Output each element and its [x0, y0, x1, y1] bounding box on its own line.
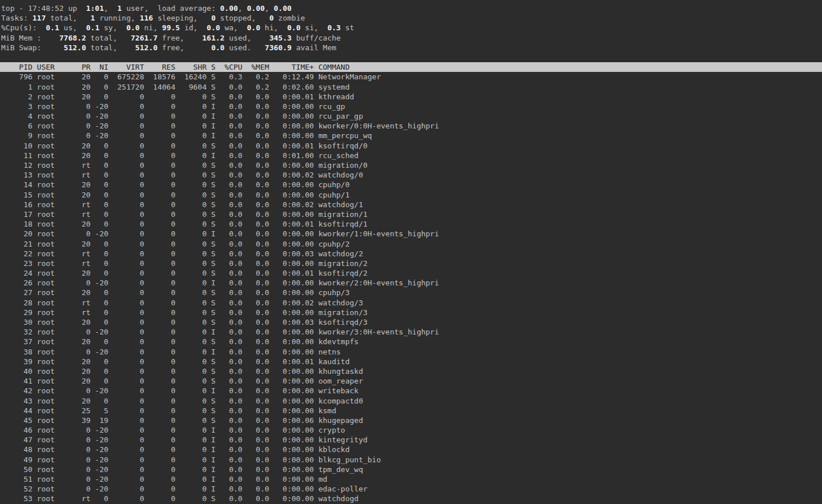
- process-row: 9 root 0 -20 0 0 0 I 0.0 0.0 0:00.00 mm_…: [0, 131, 822, 140]
- process-row: 42 root 0 -20 0 0 0 I 0.0 0.0 0:00.00 wr…: [0, 386, 822, 396]
- process-table-header: PID USER PR NI VIRT RES SHR S %CPU %MEM …: [0, 62, 822, 72]
- process-row: 21 root 20 0 0 0 0 S 0.0 0.0 0:00.00 cpu…: [0, 239, 822, 249]
- process-row: 20 root 0 -20 0 0 0 I 0.0 0.0 0:00.00 kw…: [0, 229, 822, 239]
- process-row: 47 root 0 -20 0 0 0 I 0.0 0.0 0:00.00 ki…: [0, 435, 822, 445]
- process-row: 22 root rt 0 0 0 0 S 0.0 0.0 0:00.03 wat…: [0, 249, 822, 259]
- process-row: 4 root 0 -20 0 0 0 I 0.0 0.0 0:00.00 rcu…: [0, 111, 822, 121]
- process-row: 37 root 20 0 0 0 0 S 0.0 0.0 0:00.00 kde…: [0, 337, 822, 346]
- process-row: 6 root 0 -20 0 0 0 I 0.0 0.0 0:00.00 kwo…: [0, 121, 822, 131]
- process-row: 1 root 20 0 251720 14064 9604 S 0.0 0.2 …: [0, 82, 822, 92]
- process-row: 15 root 20 0 0 0 0 S 0.0 0.0 0:00.00 cpu…: [0, 190, 822, 200]
- process-row: 50 root 0 -20 0 0 0 I 0.0 0.0 0:00.00 tp…: [0, 465, 822, 474]
- process-row: 12 root rt 0 0 0 0 S 0.0 0.0 0:00.00 mig…: [0, 160, 822, 170]
- process-row: 41 root 20 0 0 0 0 S 0.0 0.0 0:00.00 oom…: [0, 376, 822, 386]
- process-row: 16 root rt 0 0 0 0 S 0.0 0.0 0:00.02 wat…: [0, 200, 822, 209]
- process-row: 18 root 20 0 0 0 0 S 0.0 0.0 0:00.01 kso…: [0, 219, 822, 229]
- process-row: 32 root 0 -20 0 0 0 I 0.0 0.0 0:00.00 kw…: [0, 327, 822, 337]
- process-row: 26 root 0 -20 0 0 0 I 0.0 0.0 0:00.00 kw…: [0, 278, 822, 288]
- process-row: 48 root 0 -20 0 0 0 I 0.0 0.0 0:00.00 kb…: [0, 445, 822, 454]
- process-row: 49 root 0 -20 0 0 0 I 0.0 0.0 0:00.00 bl…: [0, 455, 822, 465]
- process-row: 17 root rt 0 0 0 0 S 0.0 0.0 0:00.00 mig…: [0, 209, 822, 219]
- process-row: 28 root rt 0 0 0 0 S 0.0 0.0 0:00.02 wat…: [0, 298, 822, 308]
- process-row: 43 root 20 0 0 0 0 S 0.0 0.0 0:00.00 kco…: [0, 396, 822, 406]
- process-row: 13 root rt 0 0 0 0 S 0.0 0.0 0:00.02 wat…: [0, 170, 822, 180]
- swap-line: MiB Swap: 512.0 total, 512.0 free, 0.0 u…: [0, 43, 822, 53]
- process-row: 38 root 0 -20 0 0 0 I 0.0 0.0 0:00.00 ne…: [0, 347, 822, 357]
- process-row: 24 root 20 0 0 0 0 S 0.0 0.0 0:00.01 kso…: [0, 268, 822, 278]
- process-row: 14 root 20 0 0 0 0 S 0.0 0.0 0:00.00 cpu…: [0, 180, 822, 189]
- terminal-screen[interactable]: top - 17:48:52 up 1:01, 1 user, load ave…: [0, 0, 822, 504]
- process-row: 52 root 0 -20 0 0 0 I 0.0 0.0 0:00.00 ed…: [0, 484, 822, 494]
- process-row: 23 root rt 0 0 0 0 S 0.0 0.0 0:00.00 mig…: [0, 259, 822, 268]
- tasks-line: Tasks: 117 total, 1 running, 116 sleepin…: [0, 13, 822, 23]
- process-table: 796 root 20 0 675228 18576 16240 S 0.3 0…: [0, 72, 822, 503]
- process-row: 46 root 0 -20 0 0 0 I 0.0 0.0 0:00.00 cr…: [0, 425, 822, 435]
- process-row: 2 root 20 0 0 0 0 S 0.0 0.0 0:00.01 kthr…: [0, 92, 822, 102]
- process-row: 40 root 20 0 0 0 0 S 0.0 0.0 0:00.00 khu…: [0, 366, 822, 376]
- process-row: 44 root 25 5 0 0 0 S 0.0 0.0 0:00.00 ksm…: [0, 406, 822, 416]
- process-row: 10 root 20 0 0 0 0 S 0.0 0.0 0:00.01 kso…: [0, 141, 822, 151]
- mem-line: MiB Mem : 7768.2 total, 7261.7 free, 161…: [0, 33, 822, 43]
- cpu-line: %Cpu(s): 0.1 us, 0.1 sy, 0.0 ni, 99.5 id…: [0, 23, 822, 33]
- process-row: 796 root 20 0 675228 18576 16240 S 0.3 0…: [0, 72, 822, 82]
- process-row: 53 root rt 0 0 0 0 S 0.0 0.0 0:00.00 wat…: [0, 494, 822, 503]
- uptime-line: top - 17:48:52 up 1:01, 1 user, load ave…: [0, 3, 822, 13]
- process-row: 11 root 20 0 0 0 0 I 0.0 0.0 0:01.00 rcu…: [0, 151, 822, 160]
- process-row: 27 root 20 0 0 0 0 S 0.0 0.0 0:00.00 cpu…: [0, 288, 822, 297]
- process-row: 51 root 0 -20 0 0 0 I 0.0 0.0 0:00.00 md: [0, 474, 822, 484]
- blank-line: [0, 53, 822, 62]
- process-row: 30 root 20 0 0 0 0 S 0.0 0.0 0:00.03 kso…: [0, 317, 822, 327]
- process-row: 45 root 39 19 0 0 0 S 0.0 0.0 0:00.06 kh…: [0, 416, 822, 425]
- process-row: 3 root 0 -20 0 0 0 I 0.0 0.0 0:00.00 rcu…: [0, 102, 822, 111]
- top-summary: top - 17:48:52 up 1:01, 1 user, load ave…: [0, 3, 822, 53]
- process-row: 29 root rt 0 0 0 0 S 0.0 0.0 0:00.00 mig…: [0, 308, 822, 317]
- process-row: 39 root 20 0 0 0 0 S 0.0 0.0 0:00.01 kau…: [0, 357, 822, 366]
